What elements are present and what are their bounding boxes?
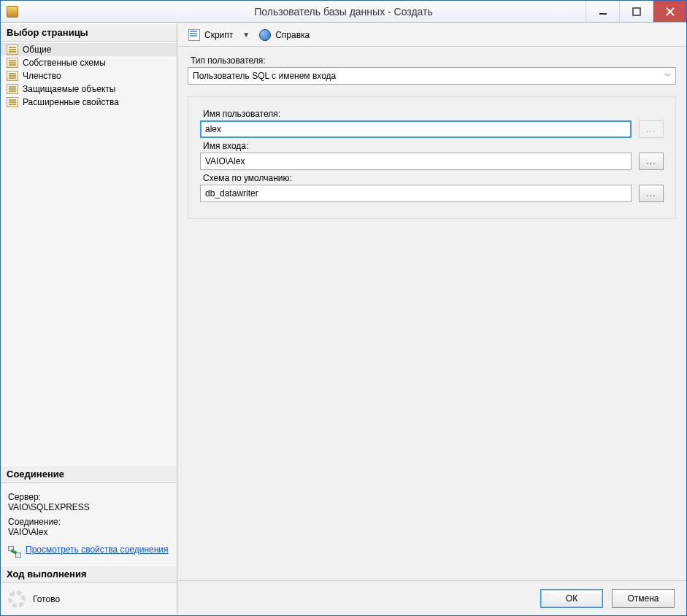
page-icon [7,58,18,68]
close-icon [666,7,675,16]
user-details-group: Имя пользователя: alex ... Имя входа: VA… [188,96,676,219]
page-list: Общие Собственные схемы Членство Защищае… [1,42,177,110]
connection-block: Сервер: VAIO\SQLEXPRESS Соединение: VAIO… [1,483,177,565]
window-controls [586,1,686,22]
sidebar-item-label: Членство [23,71,61,81]
login-label: Имя входа: [203,141,664,151]
server-value: VAIO\SQLEXPRESS [8,502,169,512]
sidebar-item-owned-schemas[interactable]: Собственные схемы [1,56,177,69]
view-connection-link[interactable]: Просмотреть свойства соединения [26,544,169,555]
login-browse-button[interactable]: ... [639,153,664,170]
window-title: Пользователь базы данных - Создать [1,6,686,18]
sidebar: Выбор страницы Общие Собственные схемы Ч… [1,23,177,615]
user-type-value: Пользователь SQL с именем входа [193,71,336,81]
help-button[interactable]: Справка [254,27,315,43]
dialog-window: Пользователь базы данных - Создать Выбор… [0,0,687,616]
schema-value: db_datawriter [205,188,258,199]
user-type-label: Тип пользователя: [191,55,676,66]
sidebar-item-general[interactable]: Общие [1,43,177,56]
app-icon [7,6,18,18]
maximize-button[interactable] [619,1,653,22]
sidebar-item-label: Общие [23,45,51,55]
main-panel: Скрипт ▼ Справка Тип пользователя: Польз… [177,23,686,615]
schema-input[interactable]: db_datawriter [200,185,632,202]
maximize-icon [632,7,641,16]
cancel-button[interactable]: Отмена [612,589,675,608]
connection-label: Соединение: [8,517,169,527]
script-button[interactable]: Скрипт [183,27,238,43]
connection-header: Соединение [1,465,177,483]
script-icon [188,29,200,41]
ok-button[interactable]: ОК [540,589,603,608]
toolbar: Скрипт ▼ Справка [177,23,686,47]
login-input[interactable]: VAIO\Alex [200,153,632,170]
help-icon [259,29,271,41]
schema-browse-button[interactable]: ... [639,185,664,202]
user-type-select[interactable]: Пользователь SQL с именем входа [188,67,676,85]
progress-status: Готово [33,594,60,604]
connection-value: VAIO\Alex [8,527,169,537]
page-icon [7,45,18,55]
dialog-footer: ОК Отмена [177,580,686,615]
username-input[interactable]: alex [200,120,632,138]
page-icon [7,97,18,107]
server-label: Сервер: [8,492,169,502]
progress-header: Ход выполнения [1,565,177,583]
help-label: Справка [275,30,310,40]
page-select-header: Выбор страницы [1,23,177,42]
login-value: VAIO\Alex [205,156,245,166]
content-area: Тип пользователя: Пользователь SQL с име… [177,47,686,580]
username-label: Имя пользователя: [203,109,664,119]
progress-block: Готово [1,583,177,615]
schema-label: Схема по умолчанию: [203,173,664,183]
minimize-icon [599,7,607,16]
minimize-button[interactable] [586,1,619,22]
username-value: alex [205,124,221,134]
sidebar-item-securables[interactable]: Защищаемые объекты [1,82,177,96]
titlebar: Пользователь базы данных - Создать [1,1,686,23]
page-icon [7,84,18,94]
sidebar-item-label: Собственные схемы [23,58,106,68]
sidebar-item-extended-properties[interactable]: Расширенные свойства [1,96,177,109]
script-label: Скрипт [204,30,233,40]
close-button[interactable] [653,1,686,22]
script-dropdown-arrow[interactable]: ▼ [241,31,251,39]
view-connection-properties[interactable]: Просмотреть свойства соединения [8,544,169,558]
svg-rect-1 [633,8,640,15]
sidebar-item-label: Защищаемые объекты [23,84,115,94]
username-browse-button: ... [639,120,664,138]
progress-spinner-icon [8,590,26,608]
page-icon [7,71,18,81]
network-icon [8,546,21,558]
sidebar-item-label: Расширенные свойства [23,97,119,107]
sidebar-item-membership[interactable]: Членство [1,69,177,82]
